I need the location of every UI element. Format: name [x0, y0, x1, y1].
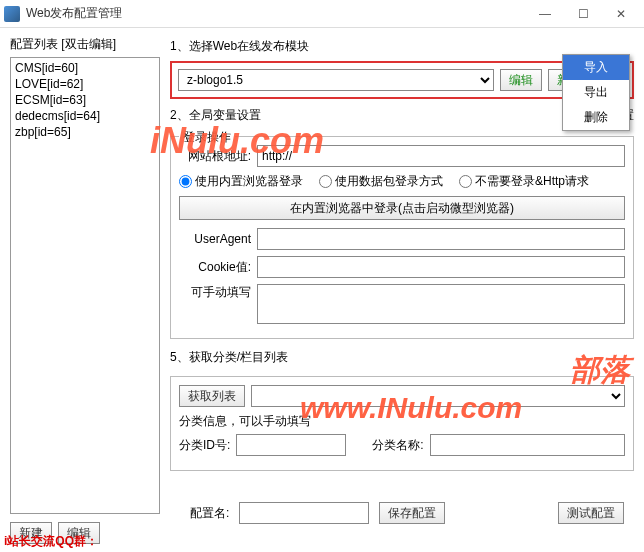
section2-label: 2、全局变量设置: [170, 107, 261, 124]
test-config-button[interactable]: 测试配置: [558, 502, 624, 524]
radio-builtin[interactable]: 使用内置浏览器登录: [179, 173, 303, 190]
config-name-input[interactable]: [239, 502, 369, 524]
login-legend: 登录操作: [179, 129, 235, 146]
section5-label: 5、获取分类/栏目列表: [170, 349, 634, 366]
manual-textarea[interactable]: [257, 284, 625, 324]
close-button[interactable]: ✕: [602, 2, 640, 26]
menu-export[interactable]: 导出: [563, 80, 629, 105]
window-title: Web发布配置管理: [26, 5, 526, 22]
footer-text: i站长交流QQ群：: [4, 533, 98, 550]
useragent-input[interactable]: [257, 228, 625, 250]
url-label: 网站根地址:: [179, 148, 251, 165]
module-select[interactable]: z-blogo1.5: [178, 69, 494, 91]
list-item[interactable]: CMS[id=60]: [13, 60, 157, 76]
get-list-button[interactable]: 获取列表: [179, 385, 245, 407]
config-name-label: 配置名:: [190, 505, 229, 522]
radio-packet[interactable]: 使用数据包登录方式: [319, 173, 443, 190]
maximize-button[interactable]: ☐: [564, 2, 602, 26]
save-config-button[interactable]: 保存配置: [379, 502, 445, 524]
category-fieldset: 获取列表 分类信息，可以手动填写 分类ID号: 分类名称:: [170, 376, 634, 471]
login-mode-radios: 使用内置浏览器登录 使用数据包登录方式 不需要登录&Http请求: [179, 173, 625, 190]
list-item[interactable]: LOVE[id=62]: [13, 76, 157, 92]
config-list-label: 配置列表 [双击编辑]: [10, 36, 160, 53]
app-icon: [4, 6, 20, 22]
config-listbox[interactable]: CMS[id=60] LOVE[id=62] ECSM[id=63] dedec…: [10, 57, 160, 514]
cookie-input[interactable]: [257, 256, 625, 278]
minimize-button[interactable]: —: [526, 2, 564, 26]
cat-id-label: 分类ID号:: [179, 437, 230, 454]
category-select[interactable]: [251, 385, 625, 407]
cookie-label: Cookie值:: [179, 259, 251, 276]
radio-nologin[interactable]: 不需要登录&Http请求: [459, 173, 589, 190]
context-menu: 导入 导出 删除: [562, 54, 630, 131]
list-item[interactable]: dedecms[id=64]: [13, 108, 157, 124]
manual-label: 可手动填写: [179, 284, 251, 301]
module-edit-button[interactable]: 编辑: [500, 69, 542, 91]
list-item[interactable]: zbp[id=65]: [13, 124, 157, 140]
list-item[interactable]: ECSM[id=63]: [13, 92, 157, 108]
cat-name-input[interactable]: [430, 434, 625, 456]
cat-id-input[interactable]: [236, 434, 346, 456]
category-hint: 分类信息，可以手动填写: [179, 413, 625, 430]
login-fieldset: 登录操作 网站根地址: 使用内置浏览器登录 使用数据包登录方式 不需要登录&Ht…: [170, 136, 634, 339]
useragent-label: UserAgent: [179, 232, 251, 246]
titlebar: Web发布配置管理 — ☐ ✕: [0, 0, 644, 28]
section1-label: 1、选择Web在线发布模块: [170, 38, 634, 55]
url-input[interactable]: [257, 145, 625, 167]
open-browser-button[interactable]: 在内置浏览器中登录(点击启动微型浏览器): [179, 196, 625, 220]
menu-delete[interactable]: 删除: [563, 105, 629, 130]
cat-name-label: 分类名称:: [372, 437, 423, 454]
menu-import[interactable]: 导入: [563, 55, 629, 80]
